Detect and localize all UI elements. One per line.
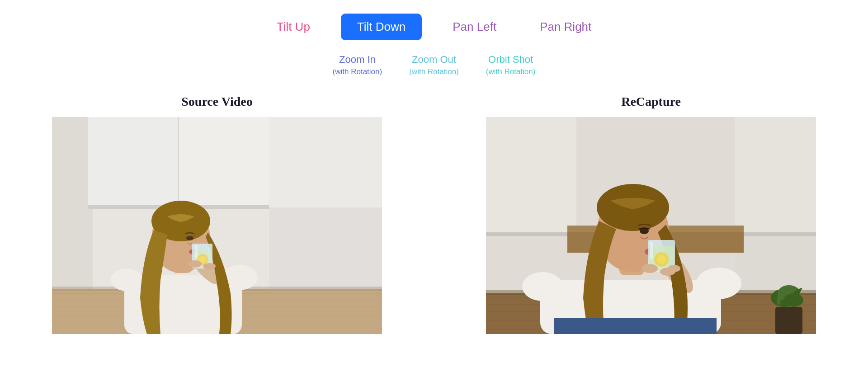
zoom-out-with-rotation-button[interactable]: Zoom Out (with Rotation) [409, 54, 459, 76]
rotation-button-row: Zoom In (with Rotation) Zoom Out (with R… [333, 54, 536, 76]
recapture-title: ReCapture [621, 94, 681, 109]
svg-point-53 [696, 268, 741, 299]
recapture-video-frame [486, 117, 816, 334]
orbit-shot-with-rotation-button[interactable]: Orbit Shot (with Rotation) [486, 54, 536, 76]
svg-point-65 [642, 264, 658, 273]
zoom-in-label: Zoom In [339, 54, 376, 66]
svg-rect-36 [735, 117, 816, 235]
orbit-shot-sub-label: (with Rotation) [486, 67, 536, 76]
source-video-frame [52, 117, 382, 334]
source-video-section: Source Video [0, 94, 434, 334]
svg-rect-33 [486, 117, 576, 235]
videos-row: Source Video [0, 94, 868, 334]
svg-rect-68 [554, 318, 717, 334]
svg-rect-47 [775, 307, 802, 334]
svg-rect-29 [195, 245, 198, 259]
zoom-in-sub-label: (with Rotation) [333, 67, 382, 76]
pan-right-button[interactable]: Pan Right [527, 14, 604, 39]
svg-point-52 [522, 272, 563, 301]
zoom-in-with-rotation-button[interactable]: Zoom In (with Rotation) [333, 54, 382, 76]
orbit-shot-label: Orbit Shot [488, 54, 533, 66]
svg-rect-64 [650, 242, 653, 259]
svg-rect-7 [269, 117, 382, 207]
tilt-up-button[interactable]: Tilt Up [264, 14, 323, 39]
svg-point-23 [186, 236, 193, 240]
zoom-out-sub-label: (with Rotation) [409, 67, 459, 76]
svg-rect-3 [88, 117, 179, 207]
svg-point-67 [668, 265, 680, 272]
navigation-button-row: Tilt Up Tilt Down Pan Left Pan Right [264, 14, 604, 40]
main-container: Tilt Up Tilt Down Pan Left Pan Right Zoo… [0, 0, 868, 334]
svg-point-63 [657, 255, 666, 264]
source-video-title: Source Video [181, 94, 252, 109]
tilt-down-button[interactable]: Tilt Down [341, 14, 422, 40]
svg-rect-34 [486, 232, 576, 236]
svg-rect-37 [735, 232, 816, 236]
svg-point-31 [203, 263, 216, 269]
svg-point-17 [111, 268, 142, 291]
recapture-video-section: ReCapture [434, 94, 868, 334]
svg-point-30 [188, 260, 202, 268]
pan-left-button[interactable]: Pan Left [440, 14, 509, 39]
zoom-out-label: Zoom Out [412, 54, 456, 66]
